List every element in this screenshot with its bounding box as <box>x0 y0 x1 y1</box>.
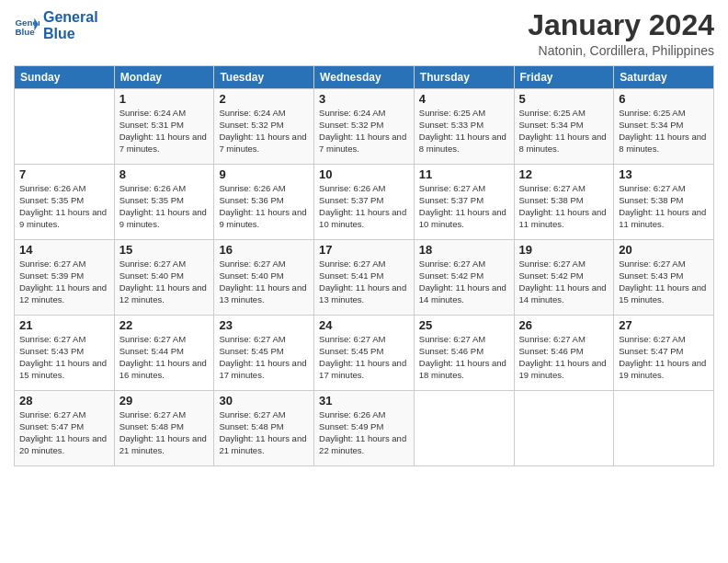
day-number: 24 <box>319 318 409 332</box>
cell-info: Sunrise: 6:27 AMSunset: 5:38 PMDaylight:… <box>519 183 609 230</box>
calendar-cell: 30 Sunrise: 6:27 AMSunset: 5:48 PMDaylig… <box>214 391 314 466</box>
day-number: 18 <box>419 243 509 257</box>
day-header-sunday: Sunday <box>15 66 115 89</box>
day-number: 10 <box>319 167 409 181</box>
svg-text:Blue: Blue <box>15 26 35 36</box>
day-number: 23 <box>219 318 309 332</box>
day-number: 29 <box>119 394 210 408</box>
day-number: 20 <box>619 243 709 257</box>
cell-info: Sunrise: 6:25 AMSunset: 5:33 PMDaylight:… <box>419 108 509 155</box>
logo: General Blue General Blue <box>14 9 98 41</box>
calendar-cell: 16 Sunrise: 6:27 AMSunset: 5:40 PMDaylig… <box>214 240 314 316</box>
cell-info: Sunrise: 6:24 AMSunset: 5:31 PMDaylight:… <box>119 108 210 155</box>
day-number: 5 <box>519 92 609 106</box>
calendar-cell: 21 Sunrise: 6:27 AMSunset: 5:43 PMDaylig… <box>15 316 115 391</box>
calendar-cell: 28 Sunrise: 6:27 AMSunset: 5:47 PMDaylig… <box>15 391 115 466</box>
cell-info: Sunrise: 6:27 AMSunset: 5:43 PMDaylight:… <box>619 259 709 305</box>
day-number: 25 <box>419 318 509 332</box>
day-header-wednesday: Wednesday <box>314 66 415 89</box>
day-number: 28 <box>19 394 109 408</box>
day-number: 1 <box>119 92 210 106</box>
day-number: 19 <box>519 243 609 257</box>
calendar-cell <box>15 89 115 165</box>
cell-info: Sunrise: 6:26 AMSunset: 5:49 PMDaylight:… <box>319 409 409 456</box>
cell-info: Sunrise: 6:27 AMSunset: 5:40 PMDaylight:… <box>119 259 210 305</box>
day-header-tuesday: Tuesday <box>214 66 314 89</box>
calendar-cell: 3 Sunrise: 6:24 AMSunset: 5:32 PMDayligh… <box>314 89 415 165</box>
calendar-cell: 26 Sunrise: 6:27 AMSunset: 5:46 PMDaylig… <box>514 316 614 391</box>
cell-info: Sunrise: 6:27 AMSunset: 5:48 PMDaylight:… <box>119 409 210 456</box>
calendar-cell: 23 Sunrise: 6:27 AMSunset: 5:45 PMDaylig… <box>214 316 314 391</box>
header: General Blue General Blue January 2024 N… <box>14 9 714 58</box>
calendar-cell: 6 Sunrise: 6:25 AMSunset: 5:34 PMDayligh… <box>614 89 714 165</box>
calendar-cell: 27 Sunrise: 6:27 AMSunset: 5:47 PMDaylig… <box>614 316 714 391</box>
calendar-cell: 2 Sunrise: 6:24 AMSunset: 5:32 PMDayligh… <box>214 89 314 165</box>
calendar-cell: 24 Sunrise: 6:27 AMSunset: 5:45 PMDaylig… <box>314 316 415 391</box>
calendar-table: SundayMondayTuesdayWednesdayThursdayFrid… <box>14 65 714 466</box>
cell-info: Sunrise: 6:26 AMSunset: 5:35 PMDaylight:… <box>19 183 109 230</box>
day-number: 15 <box>119 243 210 257</box>
cell-info: Sunrise: 6:27 AMSunset: 5:40 PMDaylight:… <box>219 259 309 305</box>
calendar-cell: 29 Sunrise: 6:27 AMSunset: 5:48 PMDaylig… <box>114 391 214 466</box>
day-number: 31 <box>319 394 409 408</box>
calendar-cell: 19 Sunrise: 6:27 AMSunset: 5:42 PMDaylig… <box>514 240 614 316</box>
calendar-cell <box>514 391 614 466</box>
cell-info: Sunrise: 6:27 AMSunset: 5:39 PMDaylight:… <box>19 259 109 305</box>
cell-info: Sunrise: 6:24 AMSunset: 5:32 PMDaylight:… <box>319 108 409 155</box>
cell-info: Sunrise: 6:27 AMSunset: 5:44 PMDaylight:… <box>119 334 210 381</box>
cell-info: Sunrise: 6:27 AMSunset: 5:42 PMDaylight:… <box>519 259 609 305</box>
day-number: 17 <box>319 243 409 257</box>
cell-info: Sunrise: 6:25 AMSunset: 5:34 PMDaylight:… <box>519 108 609 155</box>
cell-info: Sunrise: 6:26 AMSunset: 5:37 PMDaylight:… <box>319 183 409 230</box>
day-number: 12 <box>519 167 609 181</box>
day-header-thursday: Thursday <box>414 66 514 89</box>
cell-info: Sunrise: 6:27 AMSunset: 5:37 PMDaylight:… <box>419 183 509 230</box>
day-number: 11 <box>419 167 509 181</box>
day-number: 8 <box>119 167 210 181</box>
calendar-cell: 12 Sunrise: 6:27 AMSunset: 5:38 PMDaylig… <box>514 165 614 240</box>
location-subtitle: Natonin, Cordillera, Philippines <box>528 43 714 58</box>
calendar-week-row: 1 Sunrise: 6:24 AMSunset: 5:31 PMDayligh… <box>15 89 714 165</box>
calendar-cell: 31 Sunrise: 6:26 AMSunset: 5:49 PMDaylig… <box>314 391 415 466</box>
calendar-cell: 14 Sunrise: 6:27 AMSunset: 5:39 PMDaylig… <box>15 240 115 316</box>
calendar-cell: 9 Sunrise: 6:26 AMSunset: 5:36 PMDayligh… <box>214 165 314 240</box>
calendar-cell: 18 Sunrise: 6:27 AMSunset: 5:42 PMDaylig… <box>414 240 514 316</box>
cell-info: Sunrise: 6:27 AMSunset: 5:45 PMDaylight:… <box>219 334 309 381</box>
day-number: 6 <box>619 92 709 106</box>
calendar-cell: 17 Sunrise: 6:27 AMSunset: 5:41 PMDaylig… <box>314 240 415 316</box>
calendar-cell: 4 Sunrise: 6:25 AMSunset: 5:33 PMDayligh… <box>414 89 514 165</box>
page: General Blue General Blue January 2024 N… <box>0 0 728 563</box>
day-number: 27 <box>619 318 709 332</box>
calendar-cell: 22 Sunrise: 6:27 AMSunset: 5:44 PMDaylig… <box>114 316 214 391</box>
calendar-cell: 1 Sunrise: 6:24 AMSunset: 5:31 PMDayligh… <box>114 89 214 165</box>
calendar-cell: 8 Sunrise: 6:26 AMSunset: 5:35 PMDayligh… <box>114 165 214 240</box>
calendar-week-row: 21 Sunrise: 6:27 AMSunset: 5:43 PMDaylig… <box>15 316 714 391</box>
day-number: 16 <box>219 243 309 257</box>
day-number: 30 <box>219 394 309 408</box>
day-number: 9 <box>219 167 309 181</box>
cell-info: Sunrise: 6:27 AMSunset: 5:42 PMDaylight:… <box>419 259 509 305</box>
calendar-cell: 5 Sunrise: 6:25 AMSunset: 5:34 PMDayligh… <box>514 89 614 165</box>
calendar-cell: 25 Sunrise: 6:27 AMSunset: 5:46 PMDaylig… <box>414 316 514 391</box>
day-number: 14 <box>19 243 109 257</box>
calendar-cell: 20 Sunrise: 6:27 AMSunset: 5:43 PMDaylig… <box>614 240 714 316</box>
cell-info: Sunrise: 6:27 AMSunset: 5:45 PMDaylight:… <box>319 334 409 381</box>
calendar-week-row: 14 Sunrise: 6:27 AMSunset: 5:39 PMDaylig… <box>15 240 714 316</box>
calendar-header-row: SundayMondayTuesdayWednesdayThursdayFrid… <box>15 66 714 89</box>
cell-info: Sunrise: 6:27 AMSunset: 5:46 PMDaylight:… <box>519 334 609 381</box>
day-number: 22 <box>119 318 210 332</box>
logo-icon: General Blue <box>14 13 40 39</box>
cell-info: Sunrise: 6:25 AMSunset: 5:34 PMDaylight:… <box>619 108 709 155</box>
calendar-cell: 10 Sunrise: 6:26 AMSunset: 5:37 PMDaylig… <box>314 165 415 240</box>
day-header-saturday: Saturday <box>614 66 714 89</box>
calendar-cell: 11 Sunrise: 6:27 AMSunset: 5:37 PMDaylig… <box>414 165 514 240</box>
cell-info: Sunrise: 6:26 AMSunset: 5:35 PMDaylight:… <box>119 183 210 230</box>
day-number: 21 <box>19 318 109 332</box>
calendar-cell: 13 Sunrise: 6:27 AMSunset: 5:38 PMDaylig… <box>614 165 714 240</box>
day-number: 26 <box>519 318 609 332</box>
cell-info: Sunrise: 6:27 AMSunset: 5:43 PMDaylight:… <box>19 334 109 381</box>
cell-info: Sunrise: 6:27 AMSunset: 5:41 PMDaylight:… <box>319 259 409 305</box>
cell-info: Sunrise: 6:27 AMSunset: 5:47 PMDaylight:… <box>619 334 709 381</box>
cell-info: Sunrise: 6:27 AMSunset: 5:38 PMDaylight:… <box>619 183 709 230</box>
logo-text: General Blue <box>43 9 98 41</box>
